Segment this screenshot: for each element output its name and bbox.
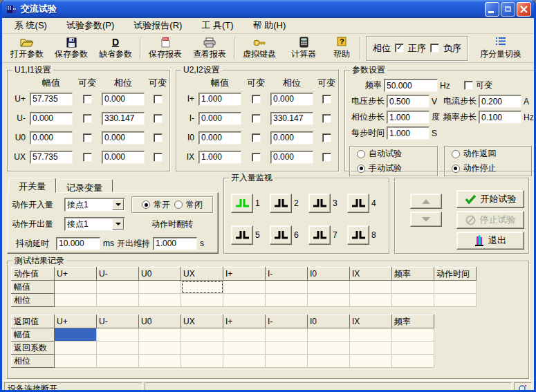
i-plus-amp-var-checkbox[interactable]: [252, 95, 261, 104]
result-cell[interactable]: [266, 281, 308, 294]
contact-indicator-6[interactable]: [270, 225, 292, 245]
i-zero-amplitude-input[interactable]: 0.000: [198, 131, 241, 144]
column-header[interactable]: 动作时间: [434, 268, 477, 281]
result-cell[interactable]: [97, 342, 139, 355]
u-minus-phase-input[interactable]: 330.147: [102, 112, 145, 125]
row-header-return-ratio[interactable]: 返回系数: [12, 342, 55, 355]
sequence-switch-button[interactable]: 序分量切换: [471, 35, 530, 62]
row-header-amplitude[interactable]: 幅值: [12, 328, 55, 342]
default-params-button[interactable]: D 缺省参数: [93, 35, 138, 62]
column-header[interactable]: I+: [223, 268, 266, 281]
column-header[interactable]: U0: [139, 268, 181, 281]
frequency-input[interactable]: 50.000: [384, 79, 438, 92]
result-cell[interactable]: [139, 281, 181, 294]
result-cell[interactable]: [223, 294, 266, 307]
column-header[interactable]: UX: [181, 268, 223, 281]
column-header[interactable]: IX: [350, 315, 392, 328]
column-header[interactable]: 频率: [392, 268, 434, 281]
chevron-down-icon[interactable]: [112, 199, 124, 210]
virtual-keyboard-button[interactable]: 虚拟键盘: [237, 35, 281, 62]
output-hold-input[interactable]: 1.000: [153, 237, 197, 250]
result-cell[interactable]: [223, 355, 266, 368]
negative-sequence-checkbox[interactable]: [430, 44, 439, 53]
result-cell[interactable]: [392, 294, 434, 307]
action-output-select[interactable]: 接点1: [64, 217, 125, 231]
u-plus-phase-var-checkbox[interactable]: [154, 95, 163, 104]
menu-help[interactable]: 帮 助(H): [246, 18, 299, 34]
u-x-amplitude-input[interactable]: 57.735: [30, 151, 73, 164]
voltage-step-input[interactable]: 0.500: [387, 95, 429, 108]
title-bar[interactable]: 交流试验: [2, 0, 534, 18]
result-cell[interactable]: [55, 342, 97, 355]
i-plus-amplitude-input[interactable]: 1.000: [198, 93, 241, 106]
contact-indicator-7[interactable]: [308, 225, 331, 245]
column-header[interactable]: U-: [97, 315, 139, 328]
normally-open-radio[interactable]: [142, 200, 150, 209]
calculator-button[interactable]: 计算器: [281, 35, 326, 62]
frequency-variable-checkbox[interactable]: [464, 81, 473, 90]
maximize-button[interactable]: [501, 2, 515, 17]
result-cell[interactable]: [181, 294, 223, 307]
u-minus-amplitude-input[interactable]: 0.000: [30, 112, 73, 125]
u-minus-phase-var-checkbox[interactable]: [154, 114, 163, 123]
contact-indicator-8[interactable]: [347, 225, 369, 245]
column-header[interactable]: 频率: [392, 315, 434, 328]
i-minus-amp-var-checkbox[interactable]: [252, 114, 261, 123]
i-minus-phase-input[interactable]: 330.147: [270, 112, 313, 125]
result-cell[interactable]: [97, 328, 139, 342]
column-header[interactable]: IX: [350, 268, 392, 281]
save-params-button[interactable]: 保存参数: [49, 35, 93, 62]
column-header[interactable]: UX: [181, 315, 223, 328]
result-cell[interactable]: [223, 328, 266, 342]
i-x-amplitude-input[interactable]: 1.000: [198, 151, 241, 164]
u-zero-phase-var-checkbox[interactable]: [154, 133, 163, 142]
result-cell[interactable]: [223, 342, 266, 355]
u-zero-amplitude-input[interactable]: 0.000: [30, 131, 73, 144]
u-x-amp-var-checkbox[interactable]: [83, 153, 92, 162]
result-cell[interactable]: [139, 355, 181, 368]
i-x-phase-input[interactable]: 0.000: [270, 151, 313, 164]
menu-system[interactable]: 系 统(S): [8, 18, 59, 34]
i-x-phase-var-checkbox[interactable]: [322, 153, 331, 162]
result-cell[interactable]: [434, 294, 477, 307]
result-cell[interactable]: [55, 281, 97, 294]
result-cell[interactable]: [97, 281, 139, 294]
result-cell[interactable]: [350, 281, 392, 294]
result-cell[interactable]: [139, 328, 181, 342]
debounce-delay-input[interactable]: 10.000: [56, 237, 100, 250]
chevron-down-icon[interactable]: [112, 218, 124, 230]
u-plus-amplitude-input[interactable]: 57.735: [30, 93, 73, 106]
column-header[interactable]: I-: [266, 268, 308, 281]
close-button[interactable]: [517, 2, 531, 17]
save-report-button[interactable]: EXL 保存报表: [143, 35, 187, 62]
step-time-input[interactable]: 1.000: [387, 127, 429, 140]
u-zero-amp-var-checkbox[interactable]: [83, 133, 92, 142]
column-header[interactable]: I0: [308, 268, 350, 281]
stop-test-button[interactable]: 停止试验: [456, 211, 524, 229]
result-cell[interactable]: [97, 355, 139, 368]
contact-indicator-4[interactable]: [347, 194, 369, 213]
result-cell[interactable]: [55, 294, 97, 307]
i-plus-phase-var-checkbox[interactable]: [322, 95, 331, 104]
result-cell[interactable]: [181, 328, 223, 342]
i-plus-phase-input[interactable]: 0.000: [270, 93, 313, 106]
result-cell[interactable]: [55, 355, 97, 368]
result-cell[interactable]: [308, 328, 350, 342]
u-zero-phase-input[interactable]: 0.000: [102, 131, 145, 144]
result-cell[interactable]: [392, 342, 434, 355]
auto-test-radio[interactable]: [357, 150, 365, 158]
result-cell[interactable]: [392, 328, 434, 342]
phase-step-input[interactable]: 1.000: [387, 111, 429, 124]
column-header[interactable]: I+: [223, 315, 266, 328]
column-header[interactable]: I0: [308, 315, 350, 328]
action-stop-radio[interactable]: [452, 165, 460, 173]
result-cell[interactable]: [223, 281, 266, 294]
result-cell[interactable]: [139, 342, 181, 355]
contact-indicator-2[interactable]: [270, 194, 292, 213]
result-cell[interactable]: [392, 355, 434, 368]
view-report-button[interactable]: 查看报表: [187, 35, 232, 62]
contact-indicator-3[interactable]: [308, 194, 331, 213]
result-cell[interactable]: [308, 355, 350, 368]
contact-indicator-1[interactable]: [231, 194, 253, 213]
column-header[interactable]: U0: [139, 315, 181, 328]
